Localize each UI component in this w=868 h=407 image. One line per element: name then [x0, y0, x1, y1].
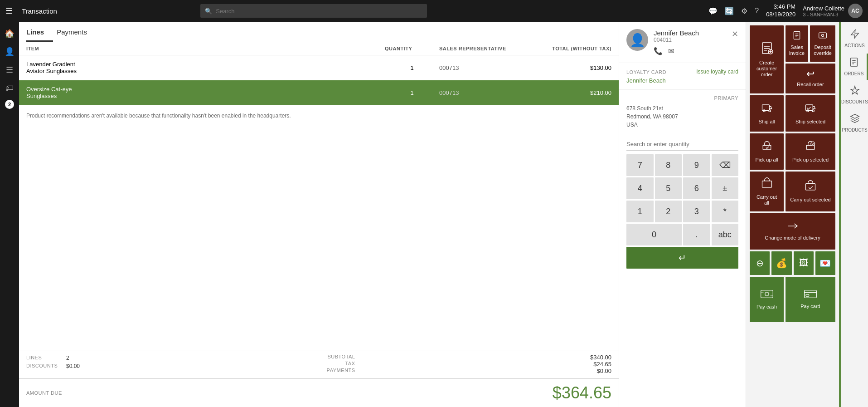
ship-all-icon [761, 102, 773, 116]
pay-card-tile[interactable]: Pay card [786, 277, 835, 322]
recommendation-notice: Product recommendations aren't available… [19, 105, 619, 350]
pay-cash-icon [760, 289, 774, 301]
products-nav[interactable]: PRODUCTS [841, 110, 868, 136]
ship-selected-icon [804, 102, 817, 116]
item-name-col: Lavender Gradient Aviator Sunglasses [26, 61, 385, 74]
gift-card-tile[interactable]: 🖼 [794, 251, 814, 275]
ship-selected-tile[interactable]: Ship selected [786, 95, 835, 132]
sales-invoice-tile[interactable]: Sales invoice [786, 25, 808, 62]
create-customer-order-tile[interactable]: Create customer order [750, 25, 784, 93]
summary-left: LINES 2 DISCOUNTS $0.00 [26, 354, 319, 374]
right-top-tiles: Sales invoice Deposit override ↩ [786, 25, 835, 93]
tax-label: TAX [319, 361, 355, 368]
primary-label: PRIMARY [714, 95, 738, 101]
item-rep: 000713 [439, 64, 521, 71]
amount-due-row: AMOUNT DUE $364.65 [19, 378, 619, 407]
svg-marker-29 [851, 30, 858, 38]
sidebar-customer[interactable]: 👤 [1, 44, 18, 60]
tax-row: TAX $24.65 [319, 361, 612, 368]
tab-payments[interactable]: Payments [57, 22, 96, 42]
col-header-rep: SALES REPRESENTATIVE [439, 46, 521, 51]
left-sidebar: 🏠 👤 ☰ 🏷 2 [0, 22, 19, 407]
deposit-override-tile[interactable]: Deposit override [810, 25, 835, 62]
svg-rect-16 [806, 105, 813, 110]
numpad-7[interactable]: 7 [626, 154, 654, 176]
sidebar-menu[interactable]: ☰ [1, 62, 18, 78]
numpad-3[interactable]: 3 [683, 201, 710, 222]
carry-out-all-tile[interactable]: Carry out all [750, 172, 784, 211]
phone-icon[interactable]: 📞 [654, 47, 663, 55]
item-sub: Aviator Sunglasses [26, 68, 385, 74]
loyalty-tile[interactable]: 💌 [815, 251, 835, 275]
close-customer-button[interactable]: ✕ [732, 29, 738, 39]
svg-point-17 [807, 110, 809, 112]
search-input[interactable] [216, 8, 422, 15]
top-right-pair: Sales invoice Deposit override [786, 25, 835, 62]
change-mode-delivery-tile[interactable]: Change mode of delivery [750, 213, 835, 250]
numpad-2[interactable]: 2 [655, 201, 682, 222]
help-icon[interactable]: ? [755, 7, 759, 15]
hamburger-menu[interactable]: ☰ [5, 6, 13, 16]
pick-up-selected-tile[interactable]: Pick up selected [786, 133, 835, 170]
issue-loyalty-link[interactable]: Issue loyalty card [696, 69, 738, 75]
user-info: Andrew Collette 3 - SANFRAN-3 AC [803, 4, 863, 18]
user-name: Andrew Collette 3 - SANFRAN-3 [803, 5, 844, 17]
avatar: AC [848, 4, 863, 18]
numpad-1[interactable]: 1 [626, 201, 654, 222]
chat-icon[interactable]: 💬 [708, 7, 718, 15]
orders-nav[interactable]: ORDERS [841, 54, 868, 80]
address-section: PRIMARY 678 South 21stRedmond, WA 98007U… [619, 90, 746, 134]
numpad-search-input[interactable] [626, 138, 738, 151]
numpad-4[interactable]: 4 [626, 177, 654, 199]
numpad-dot[interactable]: . [683, 224, 710, 245]
discount-tile-1[interactable]: ⊖ [750, 251, 770, 275]
numpad-6[interactable]: 6 [683, 177, 710, 199]
carry-out-selected-label: Carry out selected [790, 197, 830, 203]
numpad-8[interactable]: 8 [655, 154, 682, 176]
sidebar-home[interactable]: 🏠 [1, 25, 18, 42]
action-panel: Create customer order [746, 22, 868, 407]
summary-section: LINES 2 DISCOUNTS $0.00 SUBTOTAL $340.00… [19, 350, 619, 378]
item-name: Oversize Cat-eye [26, 86, 385, 93]
tab-lines[interactable]: Lines [26, 22, 53, 42]
search-bar[interactable]: 🔍 [200, 4, 427, 18]
carry-out-selected-tile[interactable]: Carry out selected [786, 172, 835, 211]
discounts-nav[interactable]: DISCOUNTS [841, 82, 868, 108]
table-row[interactable]: Oversize Cat-eye Sunglasses 1 000713 $21… [19, 80, 619, 105]
svg-rect-26 [805, 290, 817, 298]
pick-up-all-label: Pick up all [755, 157, 778, 163]
pay-cash-tile[interactable]: Pay cash [750, 277, 784, 322]
customer-name: Jennifer Beach [654, 29, 726, 37]
settings-icon[interactable]: ⚙ [741, 7, 747, 15]
numpad-0[interactable]: 0 [626, 224, 682, 245]
pay-cash-label: Pay cash [756, 304, 777, 310]
sidebar-tag[interactable]: 🏷 [1, 80, 18, 96]
app-title: Transaction [22, 7, 57, 15]
ship-selected-label: Ship selected [795, 119, 825, 125]
refresh-icon[interactable]: 🔄 [725, 7, 734, 15]
numpad-5[interactable]: 5 [655, 177, 682, 199]
discount-tile-2[interactable]: 💰 [771, 251, 791, 275]
email-icon[interactable]: ✉ [668, 47, 674, 55]
numpad-plusminus[interactable]: ± [712, 177, 739, 199]
actions-label: ACTIONS [844, 43, 864, 48]
ship-all-tile[interactable]: Ship all [750, 95, 784, 132]
table-header: ITEM QUANTITY SALES REPRESENTATIVE TOTAL… [19, 42, 619, 55]
numpad-backspace[interactable]: ⌫ [712, 154, 739, 176]
pick-up-all-tile[interactable]: Pick up all [750, 133, 784, 170]
numpad-enter[interactable]: ↵ [626, 247, 738, 269]
numpad-abc[interactable]: abc [712, 224, 739, 245]
action-tiles: Create customer order [746, 22, 839, 407]
table-row[interactable]: Lavender Gradient Aviator Sunglasses 1 0… [19, 55, 619, 80]
svg-rect-21 [806, 184, 815, 190]
sidebar-badge[interactable]: 2 [5, 100, 14, 109]
svg-rect-13 [762, 105, 769, 110]
transaction-area: Lines Payments ITEM QUANTITY SALES REPRE… [19, 22, 619, 407]
svg-rect-11 [819, 33, 827, 38]
orders-icon [849, 57, 859, 69]
numpad-multiply[interactable]: * [712, 201, 739, 222]
numpad-9[interactable]: 9 [683, 154, 710, 176]
item-qty: 1 [385, 64, 439, 71]
recall-order-tile[interactable]: ↩ Recall order [786, 64, 835, 93]
actions-nav[interactable]: ACTIONS [841, 25, 868, 52]
